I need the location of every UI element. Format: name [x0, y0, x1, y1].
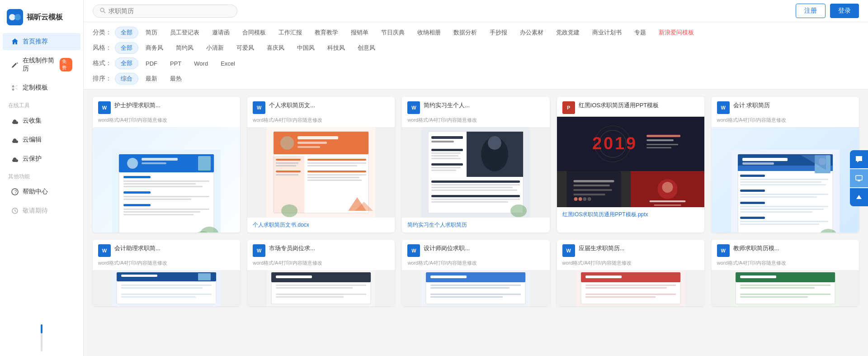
sidebar-item-create[interactable]: 在线制作简历 免费: [3, 52, 80, 77]
sidebar-item-home[interactable]: 首页推荐: [3, 33, 80, 50]
svg-rect-62: [431, 155, 458, 157]
svg-rect-107: [742, 158, 788, 161]
scissors-icon: [11, 84, 19, 92]
bottom-card-1[interactable]: W 会计助理求职简... word格式/A4打印/内容随意修改: [93, 240, 240, 306]
category-label: 分类：: [93, 28, 113, 37]
style-fresh[interactable]: 小清新: [201, 43, 229, 53]
category-album[interactable]: 收纳相册: [412, 27, 446, 38]
format-word[interactable]: Word: [189, 59, 213, 68]
svg-rect-18: [123, 180, 209, 182]
bottom-template-grid: W 会计助理求职简... word格式/A4打印/内容随意修改: [93, 240, 859, 306]
svg-rect-26: [123, 211, 200, 213]
bottom-card-3[interactable]: W 设计师岗位求职... word格式/A4打印/内容随意修改: [402, 240, 549, 306]
search-input[interactable]: [108, 7, 226, 14]
float-up-button[interactable]: [850, 188, 868, 206]
sidebar-logo: 福昕云模板: [0, 5, 83, 32]
category-data[interactable]: 数据分析: [448, 27, 482, 38]
style-business[interactable]: 商务风: [140, 43, 169, 53]
bottom-card-5[interactable]: W 教师求职简历模... word格式/A4打印/内容随意修改: [712, 240, 859, 306]
svg-rect-111: [740, 179, 828, 180]
sidebar-item-coming-label: 敬请期待: [23, 207, 48, 215]
login-button[interactable]: 登录: [830, 4, 859, 18]
category-invitation[interactable]: 邀请函: [207, 27, 235, 38]
card-preview-4: 2 0 1 9: [557, 117, 704, 207]
card-subtitle-3: word格式/A4打印/内容随意修改: [402, 117, 549, 127]
sort-filter-row: 排序： 综合 最新 最热: [93, 73, 859, 85]
template-card-3[interactable]: W 简约实习生个人... word格式/A4打印/内容随意修改: [402, 97, 549, 233]
style-chinese[interactable]: 中国风: [292, 43, 320, 53]
category-staff-table[interactable]: 员工登记表: [165, 27, 205, 38]
svg-text:?: ?: [14, 190, 17, 195]
category-party[interactable]: 党政党建: [551, 27, 585, 38]
style-cute[interactable]: 可爱风: [231, 43, 259, 53]
category-sales[interactable]: 报销单: [345, 27, 374, 38]
sort-newest[interactable]: 最新: [140, 73, 163, 84]
category-resume[interactable]: 简历: [140, 27, 163, 38]
category-edu[interactable]: 教育教学: [309, 27, 344, 38]
svg-rect-16: [198, 156, 211, 171]
sidebar-item-help[interactable]: ? 帮助中心: [3, 183, 80, 200]
bottom-card-subtitle-4: word格式/A4打印/内容随意修改: [557, 260, 704, 270]
bottom-card-2[interactable]: W 市场专员岗位求... word格式/A4打印/内容随意修改: [247, 240, 395, 306]
svg-rect-150: [430, 296, 503, 298]
format-ppt[interactable]: PPT: [165, 59, 187, 68]
sidebar-item-cloud-edit[interactable]: 云编辑: [3, 131, 80, 148]
template-card-2[interactable]: W 个人求职简历文... word格式/A4打印/内容随意修改: [247, 97, 395, 233]
style-simple[interactable]: 简约风: [170, 43, 199, 53]
category-business[interactable]: 商业计划书: [587, 27, 627, 38]
bottom-card-title-1: 会计助理求职简...: [114, 244, 160, 252]
format-pdf[interactable]: PDF: [140, 59, 163, 68]
svg-rect-35: [297, 142, 327, 144]
logo-icon: [7, 9, 23, 25]
svg-rect-47: [307, 174, 366, 176]
svg-rect-138: [276, 275, 312, 278]
word-icon-b2: W: [253, 244, 265, 257]
category-special[interactable]: 专题: [629, 27, 651, 38]
svg-rect-49: [307, 180, 362, 181]
template-card-1[interactable]: W 护士护理求职简... word格式/A4打印/内容随意修改: [93, 97, 240, 233]
style-tech[interactable]: 科技风: [322, 43, 350, 53]
category-contract[interactable]: 合同模板: [237, 27, 271, 38]
style-all[interactable]: 全部: [115, 42, 138, 54]
word-icon-1: W: [98, 101, 111, 114]
svg-rect-15: [142, 162, 166, 164]
sidebar-other: ? 帮助中心 敬请期待: [0, 182, 83, 220]
category-work-report[interactable]: 工作汇报: [273, 27, 307, 38]
template-card-4[interactable]: P 红黑IOS求职简历通用PPT模板: [557, 97, 704, 233]
search-box[interactable]: [93, 5, 237, 18]
style-festive[interactable]: 喜庆风: [261, 43, 290, 53]
format-excel[interactable]: Excel: [215, 59, 241, 68]
format-all[interactable]: 全部: [115, 57, 138, 69]
svg-point-33: [280, 136, 294, 150]
svg-rect-120: [740, 211, 812, 213]
float-chat-button[interactable]: [850, 150, 868, 168]
card-preview-3: [402, 127, 549, 218]
word-icon-b3: W: [407, 244, 420, 257]
svg-line-9: [104, 11, 106, 13]
register-button[interactable]: 注册: [796, 4, 826, 18]
sidebar-item-custom[interactable]: 定制模板: [3, 79, 80, 96]
sort-hottest[interactable]: 最热: [165, 73, 187, 84]
float-buttons: [850, 150, 868, 206]
svg-rect-68: [431, 184, 520, 185]
svg-rect-99: [654, 204, 681, 206]
section-tools-label: 在线工具: [0, 97, 83, 111]
logo-text: 福昕云模板: [27, 13, 63, 22]
style-creative[interactable]: 创意风: [352, 43, 381, 53]
category-notes[interactable]: 手抄报: [484, 27, 513, 38]
float-screen-button[interactable]: [850, 169, 868, 187]
category-sina[interactable]: 新浪爱问模板: [653, 27, 699, 38]
svg-point-52: [281, 204, 297, 217]
template-card-5[interactable]: W 会计 求职简历 word格式/A4打印/内容随意修改: [712, 97, 859, 233]
svg-line-7: [15, 211, 16, 212]
svg-rect-133: [121, 294, 212, 295]
sidebar-item-cloud-collect[interactable]: 云收集: [3, 112, 80, 129]
category-festival[interactable]: 节日庆典: [376, 27, 410, 38]
bottom-card-4[interactable]: W 应届生求职简历... word格式/A4打印/内容随意修改: [557, 240, 704, 306]
card-subtitle-2: word格式/A4打印/内容随意修改: [247, 117, 395, 127]
category-office[interactable]: 办公素材: [514, 27, 549, 38]
sort-comprehensive[interactable]: 综合: [115, 73, 138, 85]
category-all[interactable]: 全部: [115, 27, 138, 38]
svg-rect-132: [121, 287, 203, 289]
sidebar-item-cloud-protect[interactable]: 云保护: [3, 150, 80, 167]
